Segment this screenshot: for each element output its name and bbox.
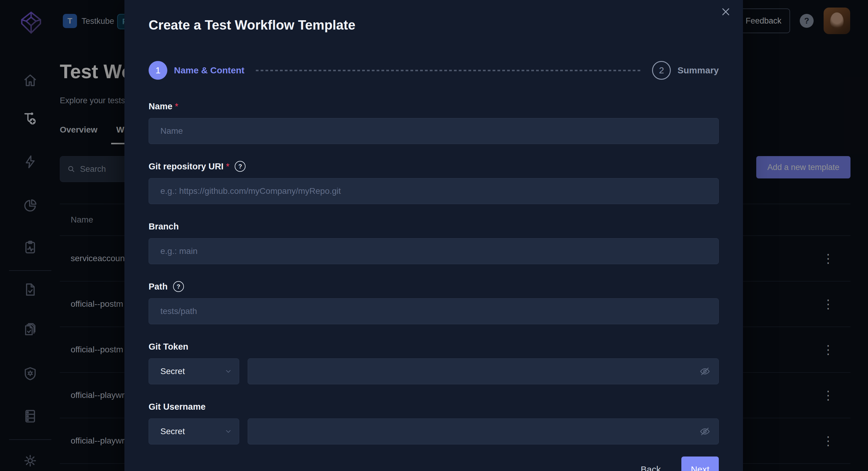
field-git-uri: Git repository URI * ? e.g.: https://git… [149, 161, 719, 204]
step-name-content[interactable]: 1 Name & Content [149, 61, 244, 80]
eye-off-icon[interactable] [699, 366, 711, 377]
git-username-source-select[interactable]: Secret [149, 418, 239, 444]
path-placeholder: tests/path [160, 307, 197, 316]
required-mark: * [226, 161, 229, 171]
template-form: Name * Name Git repository URI * ? e.g.:… [149, 101, 719, 444]
help-tooltip-icon[interactable]: ? [235, 161, 246, 172]
name-placeholder: Name [160, 126, 183, 136]
modal-footer: Back Next [149, 457, 719, 471]
git-token-input[interactable] [248, 358, 719, 384]
step-1-circle: 1 [149, 61, 167, 80]
git-token-source-select[interactable]: Secret [149, 358, 239, 384]
git-uri-input[interactable]: e.g.: https://github.com/myCompany/myRep… [149, 178, 719, 204]
step-2-circle: 2 [652, 61, 671, 80]
git-uri-placeholder: e.g.: https://github.com/myCompany/myRep… [160, 186, 341, 196]
field-git-username: Git Username Secret [149, 402, 719, 444]
git-username-label: Git Username [149, 402, 206, 412]
git-token-source-value: Secret [160, 367, 224, 376]
step-2-label: Summary [677, 65, 719, 75]
branch-label: Branch [149, 222, 179, 231]
field-branch: Branch e.g.: main [149, 221, 719, 264]
branch-placeholder: e.g.: main [160, 246, 197, 256]
help-tooltip-icon[interactable]: ? [173, 281, 184, 292]
git-username-input[interactable] [248, 418, 719, 444]
name-input[interactable]: Name [149, 118, 719, 144]
eye-off-icon[interactable] [699, 426, 711, 437]
back-button[interactable]: Back [639, 464, 663, 471]
chevron-down-icon [224, 428, 232, 435]
step-summary[interactable]: 2 Summary [652, 61, 719, 80]
path-label: Path [149, 282, 167, 292]
stepper: 1 Name & Content 2 Summary [149, 61, 719, 80]
chevron-down-icon [224, 368, 232, 375]
branch-input[interactable]: e.g.: main [149, 238, 719, 264]
field-git-token: Git Token Secret [149, 342, 719, 384]
git-uri-label: Git repository URI [149, 161, 223, 171]
path-input[interactable]: tests/path [149, 298, 719, 324]
field-path: Path ? tests/path [149, 281, 719, 324]
create-template-modal: Create a Test Workflow Template 1 Name &… [124, 0, 743, 471]
step-1-label: Name & Content [174, 65, 244, 75]
required-mark: * [175, 101, 178, 112]
app-root: T Testkube P Feedback ? [0, 0, 868, 471]
stepper-connector [256, 70, 641, 71]
field-name: Name * Name [149, 101, 719, 144]
git-token-label: Git Token [149, 342, 188, 352]
next-button[interactable]: Next [681, 457, 719, 471]
modal-title: Create a Test Workflow Template [149, 17, 719, 33]
git-username-source-value: Secret [160, 427, 224, 436]
name-label: Name [149, 101, 173, 112]
